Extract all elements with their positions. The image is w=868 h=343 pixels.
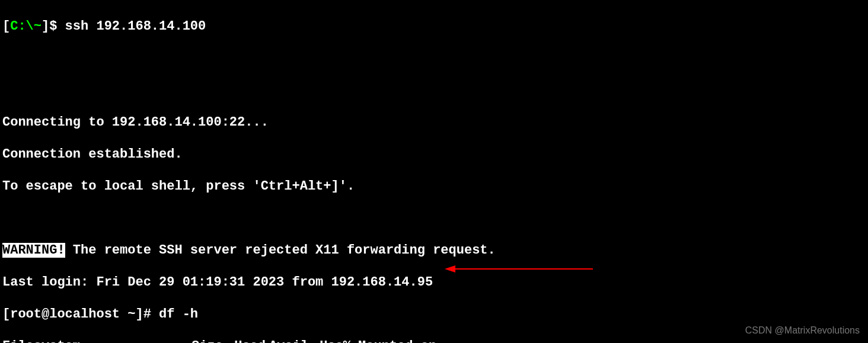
last-login-line: Last login: Fri Dec 29 01:19:31 2023 fro…	[2, 274, 866, 290]
prompt-dollar: $	[49, 19, 57, 34]
df-header-mounted: Mounted on	[351, 338, 436, 343]
connection-established-line: Connection established.	[2, 146, 866, 162]
df-header-row: FilesystemSizeUsedAvailUse%Mounted on	[2, 338, 866, 343]
prompt-bracket-open: [	[2, 19, 10, 34]
df-header-filesystem: Filesystem	[2, 338, 180, 343]
prompt-path: C:\~	[10, 19, 42, 34]
blank-line	[2, 50, 866, 66]
blank-line	[2, 210, 866, 226]
df-command: df -h	[159, 307, 198, 322]
connecting-line: Connecting to 192.168.14.100:22...	[2, 114, 866, 130]
df-header-used: Used	[223, 338, 266, 343]
df-header-size: Size	[180, 338, 223, 343]
warning-label: WARNING!	[2, 243, 65, 258]
escape-instruction-line: To escape to local shell, press 'Ctrl+Al…	[2, 178, 866, 194]
df-header-avail: Avail	[266, 338, 308, 343]
blank-line	[2, 82, 866, 98]
watermark-text: CSDN @MatrixRevolutions	[745, 322, 860, 338]
df-command-line: [root@localhost ~]# df -h	[2, 306, 866, 322]
root-prompt: [root@localhost ~]#	[2, 307, 159, 322]
df-header-usep: Use%	[308, 338, 351, 343]
warning-text: The remote SSH server rejected X11 forwa…	[65, 243, 496, 258]
prompt-bracket-close: ]	[42, 19, 49, 34]
terminal-output[interactable]: [C:\~]$ ssh 192.168.14.100 Connecting to…	[2, 2, 866, 343]
ssh-command: ssh 192.168.14.100	[57, 19, 206, 34]
ssh-command-line: [C:\~]$ ssh 192.168.14.100	[2, 18, 866, 34]
warning-line: WARNING! The remote SSH server rejected …	[2, 242, 866, 258]
